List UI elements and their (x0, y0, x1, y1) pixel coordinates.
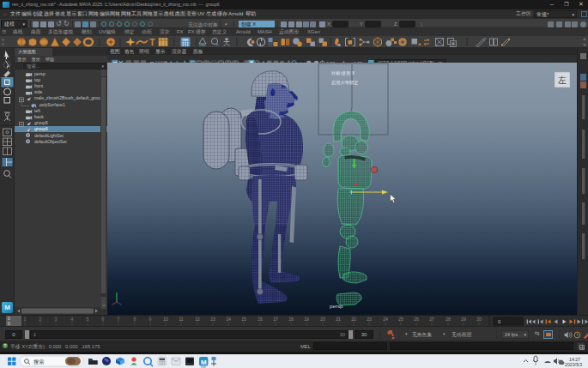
svg-text:启用大写锁定: 启用大写锁定 (331, 80, 358, 86)
svg-text:persp: persp (330, 303, 343, 309)
svg-text:2023/5/3: 2023/5/3 (565, 362, 582, 367)
svg-text:0: 0 (498, 319, 500, 324)
svg-text:对称:使用 X: 对称:使用 X (330, 70, 355, 76)
svg-text:T: T (149, 37, 155, 47)
svg-text:M: M (201, 359, 207, 366)
svg-text:搜索: 搜索 (33, 359, 44, 365)
svg-text:左: 左 (558, 75, 567, 85)
